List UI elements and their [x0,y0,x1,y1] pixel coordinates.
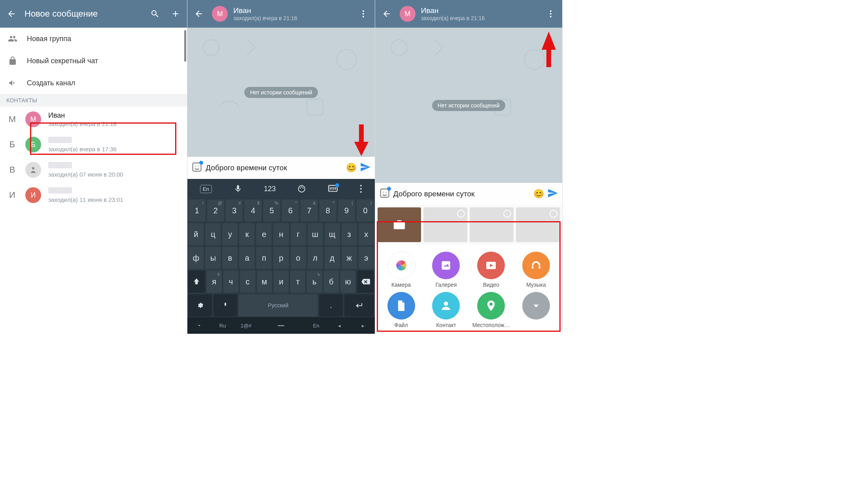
kb-enter-key[interactable] [344,294,374,316]
gallery-thumb[interactable] [470,207,514,242]
kb-key[interactable]: 2@ [207,199,224,222]
kb-key[interactable]: 5% [263,199,280,222]
new-secret-chat-option[interactable]: Новый секретный чат [0,50,187,72]
contact-row-ivan[interactable]: М М Иван заходил(а) вчера в 21:16 [0,107,187,132]
kb-key[interactable]: х [359,223,374,245]
kb-key[interactable]: ш [308,223,323,245]
kb-key[interactable]: в [222,247,238,269]
kb-theme-button[interactable] [297,184,306,193]
kb-key[interactable]: э [359,247,374,269]
add-button[interactable] [168,6,183,21]
chat-body[interactable]: Нет истории сообщений [375,28,562,183]
chat-header-info[interactable]: Иван заходил(а) вчера в 21:16 [421,6,538,21]
kb-key[interactable]: 0) [357,199,374,222]
select-circle-icon[interactable] [503,210,511,218]
send-button[interactable] [360,162,371,174]
chat-header-info[interactable]: Иван заходил(а) вчера в 21:16 [233,6,350,21]
attach-Музыка[interactable]: Музыка [515,252,557,288]
kb-key[interactable]: и [274,271,289,293]
kb-key[interactable]: яё [207,271,222,293]
attach-Файл[interactable]: Файл [380,292,423,328]
kb-key[interactable]: п [256,247,272,269]
kb-key[interactable]: й [188,223,204,245]
avatar[interactable]: М [212,6,228,22]
attach-Видео[interactable]: Видео [470,252,512,288]
message-text[interactable]: Доброго времени суток [206,164,342,172]
kb-voice-button[interactable] [234,184,242,193]
kb-space-key[interactable]: Русский [239,294,317,316]
kb-key[interactable]: у [222,223,238,245]
more-button[interactable] [356,6,371,21]
select-circle-icon[interactable] [550,210,557,218]
kb-symbols-button[interactable]: 1@# [234,317,258,334]
select-circle-icon[interactable] [457,210,465,218]
contact-row[interactable]: В заходил(а) 07 июня в 20:00 [0,157,187,182]
more-button[interactable] [543,6,558,21]
kb-key[interactable]: щ [325,223,340,245]
gallery-strip[interactable] [375,205,562,244]
attach-Галерея[interactable]: Галерея [425,252,467,288]
message-text[interactable]: Доброго времени суток [393,190,530,198]
back-button[interactable] [379,6,394,21]
kb-more-button[interactable] [360,184,362,193]
kb-numbers-button[interactable]: 123 [264,185,276,193]
kb-key[interactable]: 3# [226,199,243,222]
kb-key[interactable]: ьъ [307,271,322,293]
kb-left-button[interactable]: ◂ [328,317,351,334]
sticker-button[interactable] [191,162,202,174]
kb-voice-key[interactable] [213,294,237,316]
kb-key[interactable]: д [325,247,340,269]
kb-right-button[interactable]: ▸ [351,317,375,334]
kb-key[interactable]: 8* [319,199,336,222]
kb-settings-key[interactable] [188,294,212,316]
gallery-thumb[interactable] [423,207,467,242]
kb-space-bottom[interactable]: ━━ [258,317,304,334]
kb-key[interactable]: с [240,271,255,293]
new-group-option[interactable]: Новая группа [0,28,187,50]
kb-key[interactable]: б [324,271,339,293]
kb-backspace-key[interactable] [357,271,374,293]
kb-lang-en-button[interactable]: En [304,317,328,334]
kb-key[interactable]: ц [205,223,221,245]
attach-Камера[interactable]: Камера [380,252,423,288]
kb-key[interactable]: н [273,223,289,245]
kb-key[interactable]: о [291,247,306,269]
kb-key[interactable]: ч [223,271,238,293]
attach-Контакт[interactable]: Контакт [425,292,467,328]
kb-key[interactable]: р [273,247,289,269]
attach-more[interactable] [515,292,557,328]
kb-key[interactable]: м [257,271,272,293]
kb-onehand-button[interactable] [328,184,338,193]
attach-Местополож…[interactable]: Местополож… [470,292,512,328]
kb-key[interactable]: ы [205,247,221,269]
kb-key[interactable]: 4$ [244,199,261,222]
kb-hide-button[interactable] [187,317,211,334]
kb-key[interactable]: 1! [188,199,205,222]
sticker-button[interactable] [379,188,390,200]
kb-key[interactable]: к [239,223,255,245]
kb-key[interactable]: 6^ [282,199,299,222]
send-button[interactable] [547,188,558,200]
kb-key[interactable]: а [239,247,255,269]
kb-period-key[interactable]: . [319,294,343,316]
avatar[interactable]: М [400,6,416,22]
kb-key[interactable]: ж [342,247,357,269]
kb-key[interactable]: е [256,223,272,245]
kb-key[interactable]: з [342,223,357,245]
kb-key[interactable]: т [290,271,305,293]
new-channel-option[interactable]: Создать канал [0,72,187,94]
contact-row[interactable]: И И заходил(а) 11 июня в 23:01 [0,182,187,208]
chat-body[interactable]: Нет истории сообщений [187,28,374,157]
contact-row[interactable]: Б Б заходил(а) вчера в 17:36 [0,132,187,157]
kb-key[interactable]: 7& [300,199,317,222]
search-button[interactable] [147,6,162,21]
kb-key[interactable]: ф [188,247,204,269]
kb-key[interactable]: ю [340,271,355,293]
gallery-thumb-camera[interactable] [378,207,421,242]
scrollbar-thumb[interactable] [184,30,186,62]
back-button[interactable] [191,6,206,21]
kb-key[interactable]: г [291,223,306,245]
kb-lang-ru-button[interactable]: Ru [211,317,234,334]
kb-shift-key[interactable] [188,271,205,293]
kb-key[interactable]: 9( [338,199,355,222]
